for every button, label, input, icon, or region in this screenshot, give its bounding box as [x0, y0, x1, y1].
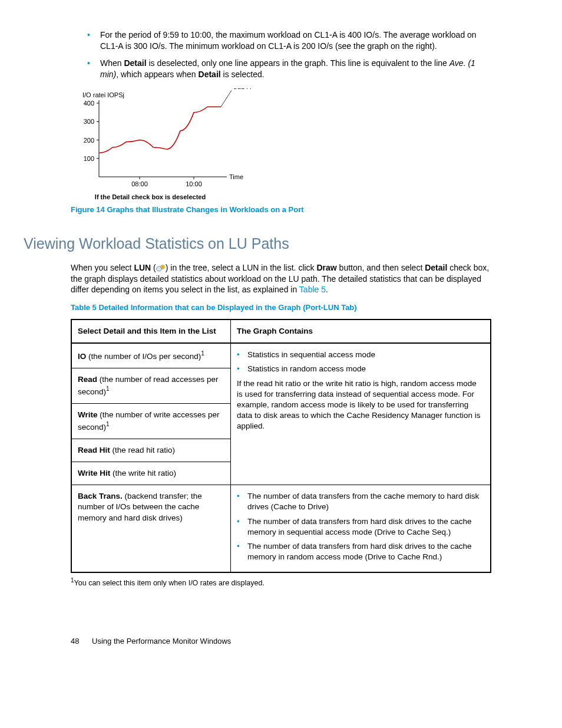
- cell-bullet: The number of data transfers from hard d…: [237, 516, 484, 538]
- cell-bullet: The number of data transfers from the ca…: [237, 491, 484, 512]
- table-header-left: Select Detail and this Item in the List: [71, 319, 231, 343]
- cell-text: (the write hit ratio): [110, 469, 176, 477]
- footnote-text: You can select this item only when I/O r…: [74, 579, 265, 588]
- cell-bullet: Statistics in random access mode: [237, 364, 484, 374]
- bullet-bold: Detail: [124, 58, 146, 68]
- cell-bold: IO: [78, 352, 86, 361]
- figure-chart: 10020030040008:0010:00I/O ratei IOPSjTim…: [71, 88, 491, 202]
- page-footer: 48 Using the Performance Monitor Windows: [71, 636, 491, 647]
- figure-caption: Figure 14 Graphs that Illustrate Changes…: [71, 205, 491, 215]
- bullet-item: When Detail is deselected, only one line…: [87, 58, 491, 80]
- bullet-text: For the period of 9:59 to 10:00, the max…: [100, 30, 477, 51]
- page-number: 48: [71, 636, 79, 647]
- para-text: button, and then select: [337, 263, 425, 272]
- svg-text:Time: Time: [229, 173, 243, 180]
- chart-inner-caption: If the Detail check box is deselected: [71, 193, 230, 202]
- svg-point-20: [162, 266, 163, 268]
- table-cell: Write Hit (the write hit ratio): [71, 462, 231, 485]
- table-footnote: 1You can select this item only when I/O …: [71, 577, 491, 588]
- table-cell: Write (the number of write accesses per …: [71, 403, 231, 439]
- table-cell: Statistics in sequential access mode Sta…: [231, 343, 491, 485]
- bullet-text: is selected.: [221, 70, 265, 79]
- section-paragraph: When you select LUN () in the tree, sele…: [71, 262, 491, 296]
- svg-text:100: 100: [84, 154, 94, 162]
- svg-text:300: 300: [84, 118, 94, 125]
- svg-text:10:00: 10:00: [186, 180, 202, 187]
- lun-icon: [156, 264, 166, 272]
- table-caption: Table 5 Detailed Information that can be…: [71, 302, 491, 313]
- cell-text: (the read hit ratio): [110, 446, 175, 454]
- section-heading: Viewing Workload Statistics on LU Paths: [24, 234, 491, 254]
- cell-text: (the number of read accesses per second): [78, 375, 219, 396]
- cell-bold: Read: [78, 375, 97, 384]
- bullet-text: , which appears when: [116, 70, 198, 79]
- table-cell: IO (the number of I/Os per second)1: [71, 343, 231, 368]
- cell-bullet: Statistics in sequential access mode: [237, 350, 484, 360]
- svg-line-16: [221, 90, 232, 107]
- bullet-item: For the period of 9:59 to 10:00, the max…: [87, 29, 491, 52]
- cell-text: If the read hit ratio or the write hit r…: [237, 378, 484, 432]
- table-cell: Read (the number of read accesses per se…: [71, 368, 231, 403]
- para-bold: Detail: [425, 263, 447, 272]
- line-chart: 10020030040008:0010:00I/O ratei IOPSjTim…: [71, 88, 253, 192]
- cell-sup: 1: [106, 421, 110, 427]
- cell-bullet: The number of data transfers from hard d…: [237, 541, 484, 562]
- detail-table: Select Detail and this Item in the List …: [71, 319, 491, 574]
- para-text: When you select: [71, 263, 134, 272]
- table-link[interactable]: Table 5: [299, 285, 326, 294]
- footer-title: Using the Performance Monitor Windows: [92, 637, 231, 645]
- bullet-text: is deselected, only one line appears in …: [147, 58, 449, 68]
- cell-sup: 1: [106, 386, 110, 392]
- table-cell: The number of data transfers from the ca…: [231, 485, 491, 573]
- table-cell: Back Trans. (backend transfer; the numbe…: [71, 485, 231, 573]
- table-header-right: The Graph Contains: [231, 319, 491, 343]
- cell-bold: Write Hit: [78, 469, 110, 477]
- svg-text:08:00: 08:00: [131, 180, 148, 187]
- para-text: ) in the tree, select a LUN in the list.…: [166, 263, 317, 272]
- cell-bold: Write: [78, 410, 98, 419]
- para-bold: Draw: [317, 263, 337, 272]
- cell-text: (the number of write accesses per second…: [78, 410, 220, 431]
- cell-sup: 1: [201, 350, 204, 357]
- svg-text:I/O ratei IOPSj: I/O ratei IOPSj: [82, 91, 124, 98]
- bullet-text: When: [100, 58, 124, 68]
- intro-bullet-list: For the period of 9:59 to 10:00, the max…: [71, 29, 491, 80]
- cell-text: (the number of I/Os per second): [86, 352, 201, 361]
- para-text: .: [326, 285, 328, 294]
- para-text: (: [151, 263, 156, 272]
- para-bold: LUN: [134, 263, 151, 272]
- bullet-bold: Detail: [199, 70, 221, 79]
- svg-text:400: 400: [84, 100, 94, 107]
- cell-bold: Back Trans.: [78, 492, 123, 500]
- cell-bold: Read Hit: [78, 446, 110, 454]
- table-cell: Read Hit (the read hit ratio): [71, 439, 231, 462]
- svg-text:200: 200: [84, 136, 94, 143]
- svg-text:CL1-A: CL1-A: [233, 88, 252, 90]
